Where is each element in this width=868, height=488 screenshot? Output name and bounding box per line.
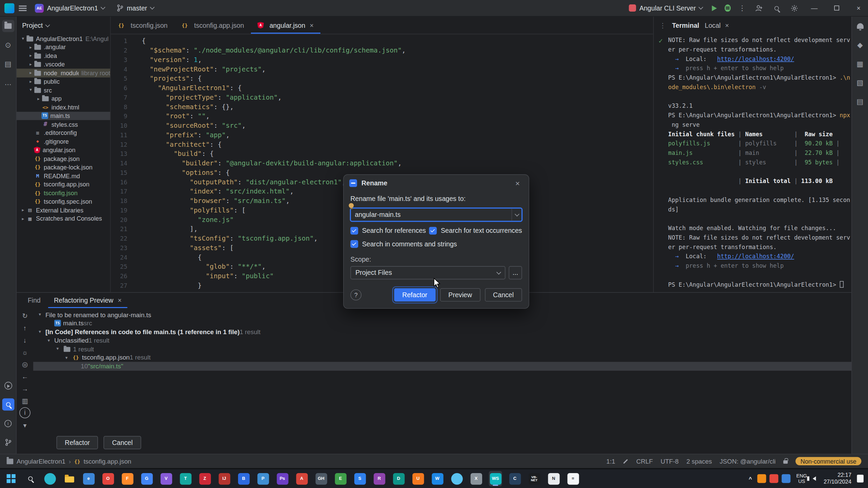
taskbar-app-app-teal[interactable]: T xyxy=(179,471,192,486)
taskbar-app-copilot[interactable] xyxy=(43,471,56,486)
window-maximize-button[interactable] xyxy=(827,0,846,16)
rerun-icon[interactable]: ↻ xyxy=(19,310,31,322)
taskbar-app-app-green[interactable]: E xyxy=(334,471,347,486)
taskbar-app-app-violet[interactable]: V xyxy=(159,471,173,486)
project-tree-item-angular-json[interactable]: angular.json xyxy=(17,146,110,154)
services-toolwindow-button[interactable] xyxy=(2,380,14,392)
project-tree-item-main-ts[interactable]: main.ts xyxy=(17,111,110,120)
project-tree-item-styles-css[interactable]: styles.css xyxy=(17,120,110,128)
checkbox-search-for-text-occurrences[interactable]: Search for text occurrences xyxy=(429,227,522,235)
database-button[interactable]: ▦ xyxy=(854,58,866,70)
tray-blue-icon[interactable] xyxy=(782,474,791,483)
next-occurrence-icon[interactable]: ↓ xyxy=(19,335,31,346)
taskbar-app-app-blue[interactable]: B xyxy=(237,471,250,486)
project-tree-item-angularelectron1[interactable]: ▾AngularElectron1E:\Angul xyxy=(17,34,110,43)
cancel-button-panel[interactable]: Cancel xyxy=(104,436,141,449)
tray-expand-icon[interactable]: ^ xyxy=(749,475,752,482)
rename-dialog-header[interactable]: Rename × xyxy=(344,175,529,191)
find-tree-row[interactable]: ▾1 result xyxy=(33,345,851,353)
ai-assistant-button[interactable]: ◆ xyxy=(854,39,866,51)
taskbar-app-app-red2[interactable]: A xyxy=(295,471,308,486)
notifications-tray-icon[interactable] xyxy=(857,475,864,483)
terminal-link[interactable]: http://localhost:4200/ xyxy=(717,253,794,260)
caret-position[interactable]: 1:1 xyxy=(606,458,615,465)
rename-input[interactable] xyxy=(350,208,522,221)
close-icon[interactable]: × xyxy=(118,297,121,304)
project-tree-item-tsconfig-json[interactable]: tsconfig.json xyxy=(17,189,110,197)
info-icon[interactable]: i xyxy=(19,408,31,419)
project-tree-item-idea[interactable]: ▸.idea xyxy=(17,52,110,60)
project-tree-item-public[interactable]: ▸public xyxy=(17,77,110,86)
find-tree-row[interactable]: ▾File to be renamed to angular-main.ts xyxy=(33,310,851,319)
checkbox-search-in-comments-and-strings[interactable]: Search in comments and strings xyxy=(350,240,457,248)
find-tree-row[interactable]: ▾Unclassified 1 result xyxy=(33,336,851,345)
commit-toolwindow-button[interactable]: ⊙ xyxy=(2,39,14,51)
preview-usages-icon[interactable]: ◎ xyxy=(19,359,31,370)
taskbar-app-intellij[interactable]: IJ xyxy=(218,471,231,486)
group-by-icon[interactable]: ▥ xyxy=(19,395,31,407)
taskbar-app-app-blue4[interactable]: W xyxy=(431,471,444,486)
window-close-button[interactable]: × xyxy=(849,0,868,16)
back-icon[interactable]: ← xyxy=(19,371,31,383)
code-with-me-button[interactable] xyxy=(752,2,766,14)
find-tree-row[interactable]: ▾[In Code] References in code to file ma… xyxy=(33,328,851,336)
more-actions-icon[interactable]: ⋮ xyxy=(736,4,748,12)
taskbar-app-notepad[interactable]: N xyxy=(547,471,560,486)
run-button[interactable] xyxy=(712,5,717,11)
cancel-button[interactable]: Cancel xyxy=(485,288,522,302)
close-icon[interactable]: × xyxy=(725,22,729,29)
main-menu-icon[interactable] xyxy=(19,5,27,11)
project-selector[interactable]: AE AngularElectron1 xyxy=(31,2,108,14)
settings-icon[interactable]: ☼ xyxy=(19,347,31,358)
taskbar-app-app-gray[interactable]: X xyxy=(469,471,482,486)
taskbar-app-webstorm[interactable]: WS xyxy=(489,471,502,486)
preview-button[interactable]: Preview xyxy=(440,288,480,302)
editor-tab-tsconfig-json[interactable]: tsconfig.json xyxy=(111,17,174,34)
project-tree-item-external-libraries[interactable]: ▸External Libraries xyxy=(17,206,110,214)
project-tree-item-package-json[interactable]: package.json xyxy=(17,155,110,163)
project-tree-item-app[interactable]: ▸app xyxy=(17,94,110,103)
more-toolwindows-button[interactable]: … xyxy=(2,76,14,88)
close-icon[interactable]: × xyxy=(512,179,523,187)
terminal-link[interactable]: http://localhost:4200/ xyxy=(717,55,794,62)
run-config-selector[interactable]: Angular CLI Server xyxy=(625,2,706,14)
scope-select[interactable]: Project Files xyxy=(350,266,505,279)
taskbar-app-opera[interactable]: O xyxy=(101,471,115,486)
taskbar-app-edge[interactable]: e xyxy=(82,471,95,486)
search-everywhere-button[interactable] xyxy=(769,2,784,14)
close-icon[interactable]: × xyxy=(310,21,313,29)
taskbar-app-github[interactable]: GH xyxy=(314,471,328,486)
taskbar-app-vb-net[interactable]: VB-NET xyxy=(528,471,541,486)
taskbar-start-button[interactable] xyxy=(4,471,18,486)
find-tree-row[interactable]: 10 "src/main.ts" xyxy=(33,362,851,370)
terminal-body[interactable]: ✓ NOTE: Raw file sizes do not reflect de… xyxy=(654,34,851,292)
problems-toolwindow-button[interactable]: i xyxy=(2,417,14,429)
taskbar-app-app-blue3[interactable]: S xyxy=(353,471,367,486)
project-toolwindow-button[interactable] xyxy=(2,20,14,32)
refactor-button-panel[interactable]: Refactor xyxy=(57,436,98,449)
editor-tab-tsconfig-app-json[interactable]: tsconfig.app.json xyxy=(174,17,251,34)
notifications-button[interactable] xyxy=(854,20,866,32)
encoding-indicator[interactable]: UTF-8 xyxy=(660,458,678,465)
expand-collapse-icon[interactable]: ▾ xyxy=(19,420,31,431)
project-tree-item-tsconfig-spec-json[interactable]: tsconfig.spec.json xyxy=(17,197,110,206)
taskbar-app-document[interactable]: ≡ xyxy=(566,471,579,486)
project-tree-item-tsconfig-app-json[interactable]: tsconfig.app.json xyxy=(17,180,110,188)
taskbar-app-chrome[interactable]: G xyxy=(140,471,153,486)
volume-icon[interactable] xyxy=(813,476,816,481)
project-tree-item-index-html[interactable]: index.html xyxy=(17,103,110,111)
project-tree-item-node-modules[interactable]: ▸node_moduleslibrary root xyxy=(17,68,110,77)
taskbar-app-photoshop[interactable]: Ps xyxy=(276,471,289,486)
tab-find[interactable]: Find xyxy=(22,293,46,308)
taskbar-app-app-blue2[interactable]: P xyxy=(256,471,270,486)
taskbar-app-zotero[interactable]: Z xyxy=(198,471,211,486)
project-tree-item-gitignore[interactable]: .gitignore xyxy=(17,137,110,146)
plugins-button[interactable]: ▤ xyxy=(854,95,866,107)
project-tree-item-src[interactable]: ▾src xyxy=(17,86,110,94)
taskbar-app-app-skyblue[interactable] xyxy=(450,471,463,486)
line-ending-indicator[interactable]: CRLF xyxy=(636,458,653,465)
taskbar-app-file-explorer[interactable] xyxy=(62,471,76,486)
license-badge[interactable]: Non-commercial use xyxy=(795,457,861,465)
taskbar-search-button[interactable] xyxy=(24,471,37,486)
tray-orange-icon[interactable] xyxy=(757,474,766,483)
